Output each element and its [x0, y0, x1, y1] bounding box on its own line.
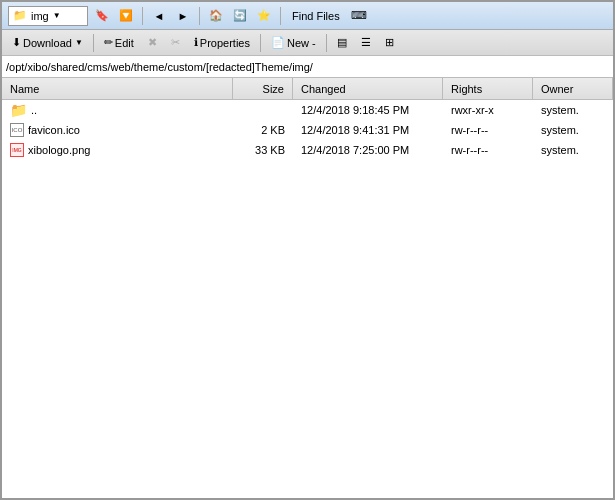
properties-icon: ℹ: [194, 36, 198, 49]
edit-icon: ✏: [104, 36, 113, 49]
separator-1: [142, 7, 143, 25]
file-owner: system.: [541, 144, 579, 156]
file-size-cell: 33 KB: [233, 142, 293, 158]
file-rights: rwxr-xr-x: [451, 104, 494, 116]
file-list: 📁 .. 12/4/2018 9:18:45 PM rwxr-xr-x syst…: [2, 100, 613, 500]
list-icon: ▤: [337, 36, 347, 49]
file-rights: rw-r--r--: [451, 144, 488, 156]
file-owner-cell: system.: [533, 142, 613, 158]
edit-btn[interactable]: ✏ Edit: [98, 33, 140, 53]
separator-t1: [93, 34, 94, 52]
file-name: favicon.ico: [28, 124, 80, 136]
file-changed: 12/4/2018 7:25:00 PM: [301, 144, 409, 156]
file-owner-cell: system.: [533, 122, 613, 138]
edit-label: Edit: [115, 37, 134, 49]
file-changed-cell: 12/4/2018 7:25:00 PM: [293, 142, 443, 158]
bookmark-btn[interactable]: 🔖: [92, 6, 112, 26]
file-size-cell: 2 KB: [233, 122, 293, 138]
table-row[interactable]: IMG xibologo.png 33 KB 12/4/2018 7:25:00…: [2, 140, 613, 160]
png-file-icon: IMG: [10, 143, 24, 157]
delete-btn[interactable]: ✖: [142, 33, 163, 53]
separator-t3: [326, 34, 327, 52]
view-mode-btn1[interactable]: ▤: [331, 33, 353, 53]
cut-btn[interactable]: ✂: [165, 33, 186, 53]
properties-label: Properties: [200, 37, 250, 49]
download-icon: ⬇: [12, 36, 21, 49]
file-name-cell: 📁 ..: [2, 100, 233, 120]
title-bar: 📁 img ▼ 🔖 🔽 ◄ ► 🏠 🔄 ⭐ Find Files ⌨: [2, 2, 613, 30]
new-label: New: [287, 37, 309, 49]
col-header-changed[interactable]: Changed: [293, 78, 443, 99]
bookmarks-btn[interactable]: ⭐: [254, 6, 274, 26]
table-row[interactable]: ICO favicon.ico 2 KB 12/4/2018 9:41:31 P…: [2, 120, 613, 140]
download-dropdown[interactable]: ▼: [75, 38, 83, 47]
col-header-owner[interactable]: Owner: [533, 78, 613, 99]
view-mode-btn2[interactable]: ☰: [355, 33, 377, 53]
col-header-rights[interactable]: Rights: [443, 78, 533, 99]
main-toolbar: ⬇ Download ▼ ✏ Edit ✖ ✂ ℹ Properties 📄 N…: [2, 30, 613, 56]
file-size: 2 KB: [261, 124, 285, 136]
download-btn[interactable]: ⬇ Download ▼: [6, 33, 89, 53]
delete-icon: ✖: [148, 36, 157, 49]
cut-icon: ✂: [171, 36, 180, 49]
view-mode-btn3[interactable]: ⊞: [379, 33, 400, 53]
file-name: ..: [31, 104, 37, 116]
forward-btn[interactable]: ►: [173, 6, 193, 26]
download-label: Download: [23, 37, 72, 49]
address-path[interactable]: /opt/xibo/shared/cms/web/theme/custom/[r…: [6, 61, 609, 73]
ico-file-icon: ICO: [10, 123, 24, 137]
file-rights-cell: rw-r--r--: [443, 142, 533, 158]
new-btn[interactable]: 📄 New -: [265, 33, 322, 53]
detail-icon: ☰: [361, 36, 371, 49]
file-name-cell: ICO favicon.ico: [2, 121, 233, 139]
file-size-cell: [233, 108, 293, 112]
new-suffix: -: [312, 37, 316, 49]
file-changed-cell: 12/4/2018 9:41:31 PM: [293, 122, 443, 138]
separator-2: [199, 7, 200, 25]
new-icon: 📄: [271, 36, 285, 49]
file-size: 33 KB: [255, 144, 285, 156]
back-btn[interactable]: ◄: [149, 6, 169, 26]
file-name: xibologo.png: [28, 144, 90, 156]
col-header-size[interactable]: Size: [233, 78, 293, 99]
separator-3: [280, 7, 281, 25]
location-label: img: [31, 10, 49, 22]
properties-btn[interactable]: ℹ Properties: [188, 33, 256, 53]
file-changed: 12/4/2018 9:18:45 PM: [301, 104, 409, 116]
file-owner-cell: system.: [533, 102, 613, 118]
terminal-btn[interactable]: ⌨: [349, 6, 369, 26]
tree-icon: ⊞: [385, 36, 394, 49]
file-rights-cell: rw-r--r--: [443, 122, 533, 138]
location-combo[interactable]: 📁 img ▼: [8, 6, 88, 26]
file-owner: system.: [541, 104, 579, 116]
find-files-label: Find Files: [292, 10, 340, 22]
location-dropdown-icon[interactable]: ▼: [53, 11, 61, 20]
new-btn-group: 📄 New -: [265, 33, 322, 53]
parent-folder-icon: 📁: [10, 102, 27, 118]
home-btn[interactable]: 🏠: [206, 6, 226, 26]
file-owner: system.: [541, 124, 579, 136]
col-header-name[interactable]: Name: [2, 78, 233, 99]
file-name-cell: IMG xibologo.png: [2, 141, 233, 159]
file-rights: rw-r--r--: [451, 124, 488, 136]
filter-btn[interactable]: 🔽: [116, 6, 136, 26]
column-headers: Name Size Changed Rights Owner: [2, 78, 613, 100]
table-row[interactable]: 📁 .. 12/4/2018 9:18:45 PM rwxr-xr-x syst…: [2, 100, 613, 120]
address-bar: /opt/xibo/shared/cms/web/theme/custom/[r…: [2, 56, 613, 78]
find-files-btn[interactable]: Find Files: [287, 6, 345, 26]
separator-t2: [260, 34, 261, 52]
file-changed-cell: 12/4/2018 9:18:45 PM: [293, 102, 443, 118]
file-changed: 12/4/2018 9:41:31 PM: [301, 124, 409, 136]
reload-btn[interactable]: 🔄: [230, 6, 250, 26]
file-rights-cell: rwxr-xr-x: [443, 102, 533, 118]
folder-icon: 📁: [13, 9, 27, 22]
